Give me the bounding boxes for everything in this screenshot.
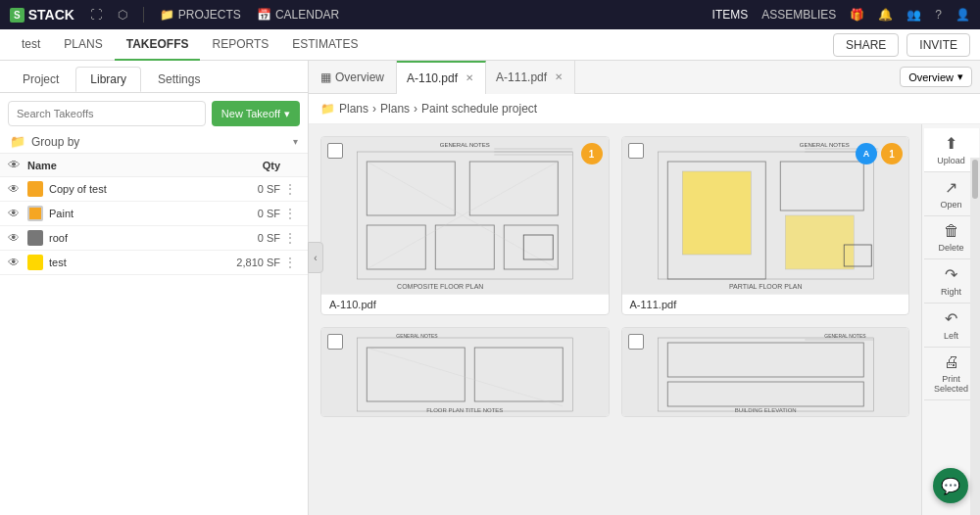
tab-settings[interactable]: Settings xyxy=(143,67,215,92)
subnav-test[interactable]: test xyxy=(10,29,52,61)
search-input[interactable] xyxy=(8,101,206,126)
items-link[interactable]: ITEMS xyxy=(712,8,749,22)
row-name: Paint xyxy=(49,208,212,219)
table-row[interactable]: 👁 roof 0 SF ⋮ xyxy=(0,226,308,251)
plan-card-a110[interactable]: COMPOSITE FLOOR PLAN GENERAL NOTES 1 A-1… xyxy=(320,136,610,315)
help-icon[interactable]: ? xyxy=(935,8,942,22)
plan-card-a113[interactable]: BUILDING ELEVATION GENERAL NOTES xyxy=(621,327,910,417)
open-icon: ↗ xyxy=(945,178,957,197)
scrollbar-thumb[interactable] xyxy=(972,160,978,199)
share-button[interactable]: SHARE xyxy=(833,33,899,57)
search-row: New Takeoff ▾ xyxy=(0,93,308,130)
plan-thumb-a112: FLOOR PLAN TITLE NOTES GENERAL NOTES xyxy=(321,328,609,416)
tab-a110-label: A-110.pdf xyxy=(407,71,458,85)
plan-label-a111: A-111.pdf xyxy=(622,294,909,314)
collapse-panel-button[interactable]: ‹ xyxy=(308,242,323,273)
new-takeoff-label: New Takeoff xyxy=(221,108,280,119)
print-label: Print Selected xyxy=(928,374,975,394)
rotate-left-icon: ↶ xyxy=(945,309,957,328)
delete-icon: 🗑 xyxy=(944,222,959,240)
subnav-reports[interactable]: REPORTS xyxy=(200,29,280,61)
gift-icon[interactable]: 🎁 xyxy=(850,8,864,22)
plan-card-a112[interactable]: FLOOR PLAN TITLE NOTES GENERAL NOTES xyxy=(320,327,610,417)
plan-checkbox-a113[interactable] xyxy=(628,334,644,350)
group-folder-icon: 📁 xyxy=(10,134,25,149)
chat-icon: 💬 xyxy=(941,477,960,495)
row-menu-icon[interactable]: ⋮ xyxy=(280,206,300,221)
assemblies-link[interactable]: ASSEMBLIES xyxy=(761,8,836,22)
row-color-swatch xyxy=(27,230,43,246)
app-logo: S STACK xyxy=(10,7,74,23)
tab-a110[interactable]: A-110.pdf ✕ xyxy=(397,61,486,94)
row-eye-icon: 👁 xyxy=(8,182,27,196)
people-icon[interactable]: 👥 xyxy=(906,8,921,22)
tabs-bar: ▦ Overview A-110.pdf ✕ A-111.pdf ✕ Overv… xyxy=(309,61,980,94)
sub-nav: test PLANS TAKEOFFS REPORTS ESTIMATES SH… xyxy=(0,29,980,61)
plan-checkbox-a111[interactable] xyxy=(628,143,644,159)
tabs-right: Overview ▾ xyxy=(900,67,980,87)
new-takeoff-button[interactable]: New Takeoff ▾ xyxy=(212,101,300,126)
tab-project[interactable]: Project xyxy=(8,67,74,92)
breadcrumb-segment-1[interactable]: Plans xyxy=(339,102,368,116)
tab-library[interactable]: Library xyxy=(75,67,141,92)
breadcrumb: 📁 Plans › Plans › Paint schedule project xyxy=(309,94,980,124)
row-menu-icon[interactable]: ⋮ xyxy=(280,181,300,197)
row-qty: 0 SF xyxy=(212,232,280,244)
plan-checkbox-a110[interactable] xyxy=(327,143,343,159)
logo-text: STACK xyxy=(28,7,74,23)
svg-text:GENERAL NOTES: GENERAL NOTES xyxy=(440,142,490,148)
calendar-label: CALENDAR xyxy=(275,8,339,22)
table-row[interactable]: 👁 Paint 0 SF ⋮ xyxy=(0,202,308,226)
row-eye-icon: 👁 xyxy=(8,231,27,245)
group-by-dropdown-arrow: ▾ xyxy=(293,136,298,147)
bell-icon[interactable]: 🔔 xyxy=(878,8,893,22)
row-name: Copy of test xyxy=(49,183,212,195)
plan-checkbox-a112[interactable] xyxy=(327,334,343,350)
view-dropdown[interactable]: Overview ▾ xyxy=(900,67,972,87)
table-row[interactable]: 👁 Copy of test 0 SF ⋮ xyxy=(0,177,308,202)
print-icon: 🖨 xyxy=(944,353,959,371)
chat-bubble[interactable]: 💬 xyxy=(933,468,968,503)
left-panel: Project Library Settings New Takeoff ▾ 📁… xyxy=(0,61,309,515)
row-qty: 2,810 SF xyxy=(212,257,280,268)
svg-text:FLOOR PLAN TITLE NOTES: FLOOR PLAN TITLE NOTES xyxy=(426,407,503,413)
external-link-icon[interactable]: ⬡ xyxy=(118,8,127,22)
subnav-plans[interactable]: PLANS xyxy=(52,29,114,61)
tab-a110-close[interactable]: ✕ xyxy=(464,70,475,85)
tab-overview[interactable]: ▦ Overview xyxy=(309,61,397,94)
scrollbar-track[interactable] xyxy=(970,158,980,515)
row-eye-icon: 👁 xyxy=(8,207,27,220)
breadcrumb-folder-icon: 📁 xyxy=(320,102,335,116)
plan-badge-blue-a111: A xyxy=(856,143,877,164)
view-dropdown-label: Overview xyxy=(908,71,954,83)
svg-text:COMPOSITE FLOOR PLAN: COMPOSITE FLOOR PLAN xyxy=(397,283,483,290)
overview-tab-label: Overview xyxy=(335,70,384,84)
expand-icon[interactable]: ⛶ xyxy=(90,8,102,22)
row-color-swatch xyxy=(27,206,43,221)
invite-button[interactable]: INVITE xyxy=(906,33,970,57)
left-panel-tabs: Project Library Settings xyxy=(0,61,308,93)
group-by-row[interactable]: 📁 Group by ▾ xyxy=(0,130,308,154)
rotate-right-label: Right xyxy=(941,287,961,297)
plan-card-a111[interactable]: PARTIAL FLOOR PLAN GENERAL NOTES A 1 A-1… xyxy=(621,136,910,315)
row-menu-icon[interactable]: ⋮ xyxy=(280,230,300,246)
svg-rect-33 xyxy=(628,328,903,416)
account-icon[interactable]: 👤 xyxy=(956,8,970,22)
subnav-estimates[interactable]: ESTIMATES xyxy=(280,29,369,61)
subnav-takeoffs[interactable]: TAKEOFFS xyxy=(115,29,201,61)
row-eye-icon: 👁 xyxy=(8,256,27,269)
top-nav-right: ITEMS ASSEMBLIES 🎁 🔔 👥 ? 👤 xyxy=(712,8,970,22)
tab-a111-close[interactable]: ✕ xyxy=(553,70,564,84)
row-menu-icon[interactable]: ⋮ xyxy=(280,255,300,270)
folder-icon: 📁 xyxy=(160,8,174,22)
plan-label-a110: A-110.pdf xyxy=(321,294,609,314)
breadcrumb-segment-2[interactable]: Plans xyxy=(380,102,410,116)
row-qty: 0 SF xyxy=(212,208,280,219)
rotate-right-icon: ↷ xyxy=(945,265,957,284)
tab-a111[interactable]: A-111.pdf ✕ xyxy=(486,61,575,94)
svg-text:GENERAL NOTES: GENERAL NOTES xyxy=(396,333,438,339)
projects-nav-item[interactable]: 📁 PROJECTS xyxy=(160,8,241,22)
dropdown-arrow-btn: ▾ xyxy=(284,108,290,120)
table-row[interactable]: 👁 test 2,810 SF ⋮ xyxy=(0,251,308,275)
calendar-nav-item[interactable]: 📅 CALENDAR xyxy=(257,8,339,22)
